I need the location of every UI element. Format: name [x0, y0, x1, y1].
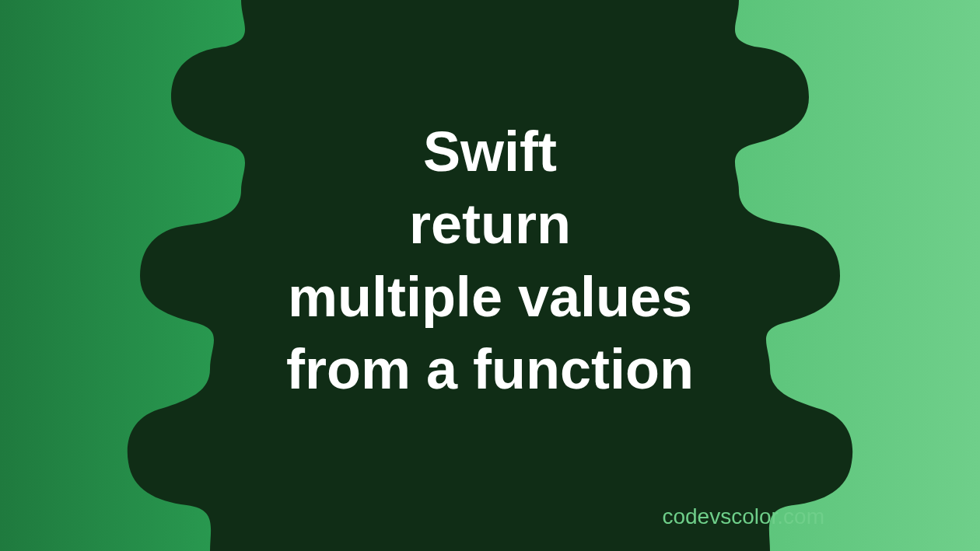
title-line-1: Swift: [179, 116, 801, 189]
title-line-3: multiple values: [179, 261, 801, 334]
title-line-2: return: [179, 188, 801, 261]
title-text: Swift return multiple values from a func…: [179, 116, 801, 406]
website-label: codevscolor.com: [662, 504, 824, 529]
title-line-4: from a function: [179, 333, 801, 406]
